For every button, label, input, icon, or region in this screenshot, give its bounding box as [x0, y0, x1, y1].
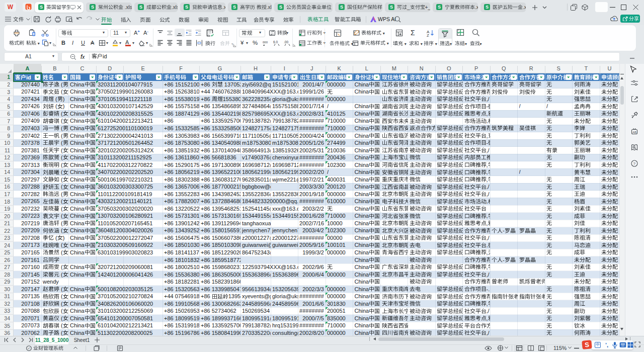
svg-text:Z: Z — [427, 33, 429, 37]
svg-text:✓: ✓ — [28, 346, 30, 350]
svg-text:.00: .00 — [284, 40, 288, 44]
svg-text:?: ? — [633, 161, 636, 166]
svg-text:000: 000 — [263, 41, 268, 44]
svg-text:6.0: 6.0 — [273, 40, 278, 44]
svg-text:AB: AB — [632, 131, 636, 134]
